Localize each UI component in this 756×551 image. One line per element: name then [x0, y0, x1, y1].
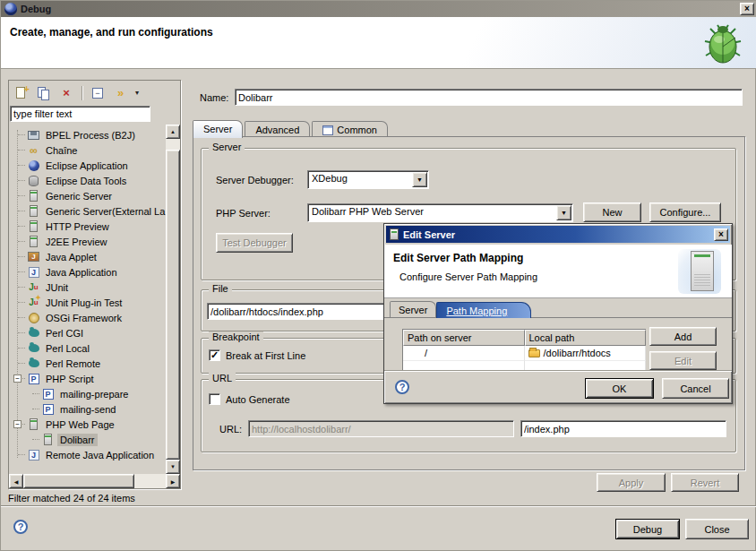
new-configuration-icon[interactable]: +	[14, 86, 29, 100]
column-local-path[interactable]: Local path	[525, 330, 647, 346]
banner-title: Create, manage, and run configurations	[10, 26, 213, 39]
server-icon	[27, 220, 40, 233]
scroll-down-icon[interactable]: ▼	[166, 460, 180, 474]
dialog-banner: Create, manage, and run configurations	[1, 17, 756, 69]
edit-server-titlebar[interactable]: Edit Server ×	[386, 226, 730, 243]
tree-item-php-web-page[interactable]: − PHP Web Page	[9, 417, 166, 432]
url-group-legend: URL	[209, 373, 236, 383]
path-mapping-panel: Path on server Local path / /dolibarr/ht…	[384, 317, 732, 370]
auto-generate-checkbox[interactable]	[209, 393, 220, 405]
ok-button[interactable]: OK	[585, 378, 654, 399]
name-input[interactable]	[235, 89, 743, 106]
horizontal-scroll-thumb[interactable]	[23, 474, 134, 488]
add-mapping-button[interactable]: Add	[649, 327, 717, 346]
file-group-legend: File	[209, 283, 232, 294]
tree-item-j2ee-preview[interactable]: J2EE Preview	[9, 234, 166, 249]
tree-item-eclipse-data-tools[interactable]: Eclipse Data Tools	[9, 173, 166, 188]
php-icon: P	[41, 388, 55, 400]
column-path-on-server[interactable]: Path on server	[403, 330, 525, 346]
tab-server-settings[interactable]: Server	[390, 301, 436, 317]
table-row[interactable]: / /dolibarr/htdocs	[403, 346, 646, 361]
tree-item-dolibarr[interactable]: Dolibarr	[9, 432, 166, 447]
edit-server-tabs: Server Path Mapping	[384, 298, 732, 317]
tab-server[interactable]: Server	[193, 120, 243, 138]
tree-item-osgi-framework[interactable]: OSGi Framework	[9, 310, 166, 325]
junit-icon: Ju	[27, 281, 40, 294]
duplicate-configuration-icon[interactable]	[37, 86, 51, 100]
window-titlebar[interactable]: Debug ×	[1, 1, 756, 17]
test-debugger-button[interactable]: Test Debugger	[216, 233, 293, 253]
configure-server-button[interactable]: Configure...	[649, 202, 721, 222]
path-mapping-table[interactable]: Path on server Local path / /dolibarr/ht…	[402, 329, 646, 370]
url-base-input	[248, 420, 514, 437]
tree-item-perl-cgi[interactable]: Perl CGI	[9, 325, 166, 340]
break-first-line-checkbox[interactable]: ✓	[209, 349, 220, 361]
delete-configuration-icon[interactable]: ×	[59, 86, 73, 100]
tab-path-mapping[interactable]: Path Mapping	[436, 302, 531, 318]
dropdown-arrow-icon[interactable]: ▼	[412, 172, 427, 187]
tree-item-junit-plugin-test[interactable]: Ju✦ JUnit Plug-in Test	[9, 295, 166, 310]
tree-item-php-script[interactable]: − P PHP Script	[9, 371, 166, 386]
vertical-scroll-thumb[interactable]	[166, 150, 180, 460]
tree-item-generic-server[interactable]: Generic Server	[9, 188, 166, 203]
tree-item-perl-local[interactable]: Perl Local	[9, 340, 166, 356]
eclipse-logo-icon	[4, 3, 17, 15]
tree-horizontal-scrollbar[interactable]: ◀ ▶	[9, 474, 180, 488]
name-label: Name:	[200, 92, 228, 103]
tree-item-mailing-prepare[interactable]: P mailing-prepare	[9, 386, 166, 401]
tab-common[interactable]: Common	[312, 121, 388, 137]
server-icon	[27, 418, 40, 431]
tree-item-bpel-process[interactable]: BPEL Process (B2J)	[9, 127, 166, 142]
help-icon[interactable]: ?	[395, 380, 409, 394]
edit-server-close-button[interactable]: ×	[714, 228, 728, 241]
php-icon: P	[27, 373, 40, 385]
tab-advanced[interactable]: Advanced	[245, 121, 310, 137]
new-server-button[interactable]: New	[583, 202, 641, 222]
window-close-button[interactable]: ×	[740, 3, 754, 15]
tree-item-junit[interactable]: Ju JUnit	[9, 280, 166, 295]
close-button[interactable]: Close	[685, 519, 749, 539]
server-debugger-select[interactable]: XDebug ▼	[307, 170, 429, 189]
tree-item-http-preview[interactable]: HTTP Preview	[9, 219, 166, 234]
debug-button[interactable]: Debug	[615, 519, 680, 539]
breakpoint-group-legend: Breakpoint	[209, 331, 263, 342]
apply-button[interactable]: Apply	[597, 473, 666, 492]
collapse-expander-icon[interactable]: −	[13, 420, 21, 428]
server-icon	[41, 434, 55, 446]
php-icon: P	[41, 403, 55, 416]
tree-item-remote-java-application[interactable]: J Remote Java Application	[9, 447, 166, 462]
cancel-button[interactable]: Cancel	[662, 378, 729, 399]
tree-item-mailing-send[interactable]: P mailing-send	[9, 401, 166, 417]
server-group-legend: Server	[209, 142, 245, 152]
edit-server-heading: Edit Server Path Mapping	[393, 252, 523, 264]
java-icon: J	[27, 266, 40, 279]
tree-item-generic-server-external[interactable]: Generic Server(External La	[9, 203, 166, 219]
filter-launch-configurations-icon[interactable]: »	[113, 86, 127, 100]
tree-item-perl-remote[interactable]: Perl Remote	[9, 356, 166, 371]
php-server-select[interactable]: Dolibarr PHP Web Server ▼	[307, 203, 573, 222]
collapse-all-icon[interactable]: −	[90, 86, 105, 100]
tree-vertical-scrollbar[interactable]: ▲ ▼	[166, 125, 180, 474]
filter-match-status: Filter matched 24 of 24 items	[8, 493, 135, 504]
tree-item-eclipse-application[interactable]: Eclipse Application	[9, 158, 166, 173]
tree-item-java-applet[interactable]: J Java Applet	[9, 249, 166, 264]
chain-icon: ∞	[27, 144, 40, 157]
debug-configurations-window: Debug × Create, manage, and run configur…	[0, 0, 756, 551]
dropdown-arrow-icon[interactable]: ▼	[556, 205, 571, 220]
url-path-input[interactable]	[520, 420, 726, 437]
edit-mapping-button[interactable]: Edit	[649, 351, 717, 370]
toolbar-menu-chevron-icon[interactable]: ▾	[135, 89, 139, 97]
remote-java-icon: J	[27, 449, 40, 461]
help-icon[interactable]: ?	[13, 520, 28, 534]
scroll-left-icon[interactable]: ◀	[9, 474, 23, 488]
collapse-expander-icon[interactable]: −	[13, 375, 21, 383]
tree-item-chaine[interactable]: ∞ Chaîne	[9, 142, 166, 158]
scroll-up-icon[interactable]: ▲	[166, 125, 180, 139]
server-debugger-label: Server Debugger:	[216, 175, 294, 185]
url-label: URL:	[219, 424, 242, 435]
tree-item-java-application[interactable]: J Java Application	[9, 264, 166, 280]
junit-plugin-icon: Ju✦	[27, 297, 40, 309]
filter-input[interactable]	[10, 106, 150, 122]
scroll-right-icon[interactable]: ▶	[166, 474, 180, 488]
revert-button[interactable]: Revert	[671, 473, 739, 492]
